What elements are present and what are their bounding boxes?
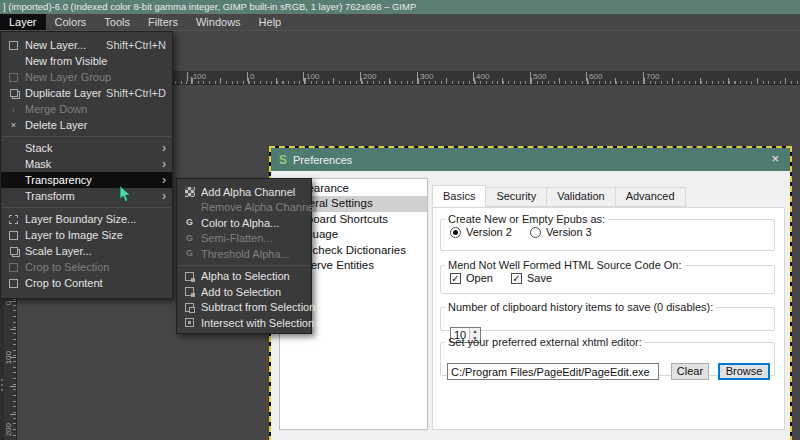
tab-validation[interactable]: Validation [546,187,616,207]
dock-splitter[interactable] [0,299,4,440]
menu-item-scale-layer[interactable]: Scale Layer... [1,243,172,259]
clear-button[interactable]: Clear [671,363,709,380]
editor-path-input[interactable] [447,363,659,380]
mend-open-checkbox[interactable]: ✓ [450,273,461,284]
external-editor-legend: Set your preferred external xhtml editor… [445,336,645,348]
ruler-label: 200 [360,72,376,81]
menu-item-shortcut: Shift+Ctrl+D [106,87,166,99]
mend-html-group: Mend Not Well Formed HTML Source Code On… [440,259,775,294]
menu-item-label: Threshold Alpha... [201,248,290,260]
menu-item-label: Layer to Image Size [25,229,123,241]
merge-down-icon: ↓ [6,105,21,114]
menu-item-add-alpha-channel[interactable]: Add Alpha Channel [177,184,311,200]
canvas-image-layer[interactable]: S Preferences × Appearance General Setti… [269,146,792,440]
menu-item-label: Semi-Flatten... [201,232,273,244]
ruler-label: 0 [4,301,13,305]
menubar-item-colors[interactable]: Colors [46,14,96,30]
menu-item-label: Delete Layer [25,119,87,131]
ruler-label: 300 [417,72,433,81]
preferences-title: Preferences [293,154,352,166]
submenu-arrow-icon: › [162,143,166,154]
tab-basics[interactable]: Basics [432,185,486,207]
ruler-label: 0 [247,72,254,81]
menu-item-transparency[interactable]: Transparency › [1,172,172,188]
menu-item-new-layer-group: New Layer Group [1,69,172,85]
preferences-titlebar: S Preferences × [271,148,790,171]
version3-radio[interactable] [530,227,541,238]
menubar-item-layer[interactable]: Layer [0,14,46,30]
menu-item-label: Merge Down [25,103,87,115]
epub-version-legend: Create New or Empty Epubs as: [445,213,608,225]
mend-save-label[interactable]: Save [527,272,552,284]
menu-item-label: Transform [25,190,75,202]
menubar-item-windows[interactable]: Windows [187,14,250,30]
menubar-item-help[interactable]: Help [250,14,291,30]
menu-item-label: Intersect with Selection [201,317,314,329]
menu-item-shortcut: Shift+Ctrl+N [106,39,166,51]
layer-to-image-size-icon [6,231,21,240]
ruler-label: 400 [473,72,489,81]
menu-item-label: Add Alpha Channel [201,186,295,198]
menu-item-remove-alpha-channel: Remove Alpha Channel [177,200,311,216]
selection-intersect-icon [182,318,197,327]
spinner-up-icon[interactable]: ▲ [470,328,480,335]
gegl-icon: G [182,218,197,227]
menu-item-crop-to-content[interactable]: Crop to Content [1,275,172,291]
layer-group-icon [6,73,21,82]
menu-item-new-layer[interactable]: New Layer... Shift+Ctrl+N [1,37,172,53]
ruler-label: 600 [586,72,602,81]
menu-item-delete-layer[interactable]: × Delete Layer [1,117,172,133]
menu-item-intersect-with-selection[interactable]: Intersect with Selection [177,315,311,331]
mend-save-checkbox[interactable]: ✓ [511,273,522,284]
submenu-arrow-icon: › [162,159,166,170]
menu-item-label: Scale Layer... [25,245,92,257]
menu-item-transform[interactable]: Transform › [1,188,172,204]
gimp-titlebar[interactable]: ] (imported)-6.0 (Indexed color 8-bit ga… [0,0,800,14]
menubar-item-filters[interactable]: Filters [139,14,187,30]
transparency-submenu: Add Alpha Channel Remove Alpha Channel G… [176,178,312,334]
submenu-arrow-icon: › [162,191,166,202]
tab-security[interactable]: Security [485,187,547,207]
basics-tab-pane: Create New or Empty Epubs as: Version 2 … [432,207,785,430]
menu-item-merge-down: ↓ Merge Down [1,101,172,117]
splitter-grip-dots [1,379,3,381]
selection-add-icon [182,287,197,296]
close-icon: × [771,151,779,166]
menu-item-semi-flatten: G Semi-Flatten... [177,231,311,247]
external-editor-group: Set your preferred external xhtml editor… [440,336,775,376]
preferences-body: Appearance General Settings Keyboard Sho… [271,171,790,440]
selection-replace-icon [182,272,197,281]
menu-item-color-to-alpha[interactable]: G Color to Alpha... [177,215,311,231]
menu-item-duplicate-layer[interactable]: Duplicate Layer Shift+Ctrl+D [1,85,172,101]
submenu-arrow-icon: › [162,175,166,186]
layer-menu: New Layer... Shift+Ctrl+N New from Visib… [0,31,173,299]
tab-advanced[interactable]: Advanced [615,187,686,207]
version3-label[interactable]: Version 3 [546,226,592,238]
menu-item-label: Crop to Content [25,277,103,289]
scale-layer-icon [6,247,21,255]
menu-item-stack[interactable]: Stack › [1,140,172,156]
ruler-label: -100 [187,72,206,81]
menu-item-mask[interactable]: Mask › [1,156,172,172]
menu-separator [2,136,171,137]
ruler-label: 500 [530,72,546,81]
browse-button[interactable]: Browse [718,363,770,380]
version2-radio[interactable] [450,227,461,238]
menu-item-layer-boundary-size[interactable]: Layer Boundary Size... [1,211,172,227]
version2-label[interactable]: Version 2 [466,226,512,238]
menu-item-label: Color to Alpha... [201,217,279,229]
menu-item-label: Alpha to Selection [201,270,290,282]
menu-item-layer-to-image-size[interactable]: Layer to Image Size [1,227,172,243]
menu-item-alpha-to-selection[interactable]: Alpha to Selection [177,269,311,285]
menu-item-label: Add to Selection [201,286,281,298]
menubar-item-tools[interactable]: Tools [95,14,139,30]
menu-item-subtract-from-selection[interactable]: Subtract from Selection [177,300,311,316]
menu-item-label: Mask [25,158,51,170]
menu-item-label: Stack [25,142,53,154]
menu-item-label: Crop to Selection [25,261,109,273]
gimp-window: ] (imported)-6.0 (Indexed color 8-bit ga… [0,0,800,440]
menu-item-new-from-visible[interactable]: New from Visible [1,53,172,69]
mend-open-label[interactable]: Open [466,272,493,284]
menu-item-add-to-selection[interactable]: Add to Selection [177,284,311,300]
gegl-icon: G [182,249,197,258]
